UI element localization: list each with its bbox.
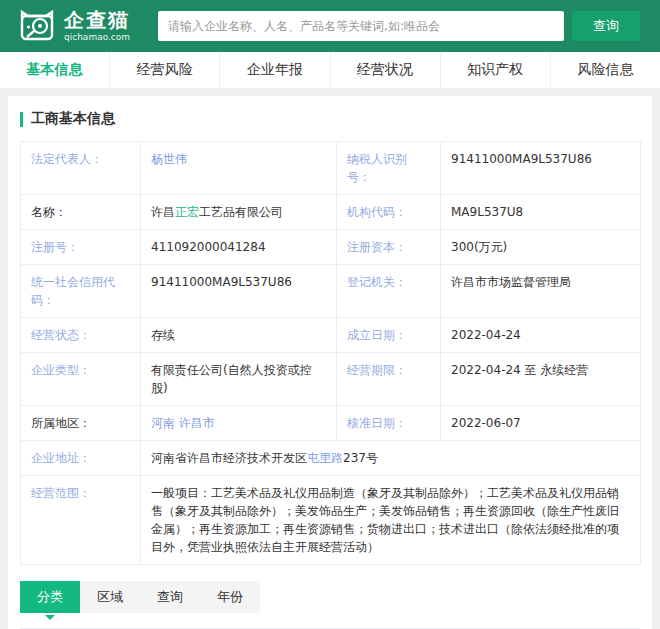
- credit-code-label: 统一社会信用代码：: [21, 265, 141, 318]
- table-row: 企业类型： 有限责任公司(自然人投资或控股) 经营期限： 2022-04-24 …: [21, 353, 641, 406]
- company-type-label: 企业类型：: [21, 353, 141, 406]
- org-code-value: MA9L537U8: [441, 195, 641, 230]
- primary-nav: 基本信息 经营风险 企业年报 经营状况 知识产权 风险信息: [0, 52, 660, 88]
- section-header: 工商基本信息: [20, 110, 640, 128]
- established-date-label: 成立日期：: [337, 318, 441, 353]
- address-value: 河南省许昌市经济技术开发区屯里路237号: [141, 441, 641, 476]
- business-scope-label: 经营范围：: [21, 476, 141, 565]
- nav-tab-operating-status[interactable]: 经营状况: [330, 52, 440, 88]
- table-row: 注册号： 411092000041284 注册资本： 300(万元): [21, 230, 641, 265]
- reg-capital-value: 300(万元): [441, 230, 641, 265]
- logo-domain: qichamao.com: [64, 33, 130, 42]
- company-name-value: 许昌正宏工艺品有限公司: [141, 195, 337, 230]
- filter-tab-query[interactable]: 查询: [140, 581, 200, 613]
- table-row: 法定代表人： 杨世伟 纳税人识别号： 91411000MA9L537U86: [21, 142, 641, 195]
- search-button[interactable]: 查询: [572, 11, 640, 41]
- active-tab-caret-icon: [45, 615, 55, 620]
- nav-tab-operating-risk[interactable]: 经营风险: [109, 52, 219, 88]
- region-link[interactable]: 河南 许昌市: [151, 416, 215, 430]
- filter-tab-year[interactable]: 年份: [200, 581, 260, 613]
- table-row: 名称： 许昌正宏工艺品有限公司 机构代码： MA9L537U8: [21, 195, 641, 230]
- section-title: 工商基本信息: [31, 110, 115, 128]
- business-info-table: 法定代表人： 杨世伟 纳税人识别号： 91411000MA9L537U86 名称…: [20, 141, 641, 565]
- table-row: 所属地区： 河南 许昌市 核准日期： 2022-06-07: [21, 406, 641, 441]
- address-road-link[interactable]: 屯里路: [307, 451, 343, 465]
- approval-date-value: 2022-06-07: [441, 406, 641, 441]
- company-type-value: 有限责任公司(自然人投资或控股): [141, 353, 337, 406]
- business-term-label: 经营期限：: [337, 353, 441, 406]
- reg-number-label: 注册号：: [21, 230, 141, 265]
- reg-capital-label: 注册资本：: [337, 230, 441, 265]
- name-highlight: 正宏: [175, 205, 199, 219]
- site-header: 企查猫 qichamao.com 查询: [0, 0, 660, 52]
- search-input[interactable]: [158, 11, 564, 41]
- nav-tab-annual-report[interactable]: 企业年报: [219, 52, 329, 88]
- taxpayer-id-label: 纳税人识别号：: [337, 142, 441, 195]
- business-scope-value: 一般项目：工艺美术品及礼仪用品制造（象牙及其制品除外）；工艺美术品及礼仪用品销售…: [141, 476, 641, 565]
- approval-date-label: 核准日期：: [337, 406, 441, 441]
- established-date-value: 2022-04-24: [441, 318, 641, 353]
- taxpayer-id-value: 91411000MA9L537U86: [441, 142, 641, 195]
- table-row: 经营范围： 一般项目：工艺美术品及礼仪用品制造（象牙及其制品除外）；工艺美术品及…: [21, 476, 641, 565]
- status-value: 存续: [141, 318, 337, 353]
- company-name-label: 名称：: [21, 195, 141, 230]
- search-bar: 查询: [158, 11, 640, 41]
- region-label: 所属地区：: [21, 406, 141, 441]
- credit-code-value: 91411000MA9L537U86: [141, 265, 337, 318]
- nav-tab-intellectual-property[interactable]: 知识产权: [440, 52, 550, 88]
- site-logo[interactable]: 企查猫 qichamao.com: [18, 9, 130, 43]
- table-row: 企业地址： 河南省许昌市经济技术开发区屯里路237号: [21, 441, 641, 476]
- section-accent-bar: [20, 112, 23, 127]
- filter-tab-bar: 分类 区域 查询 年份: [20, 581, 260, 613]
- logo-title: 企查猫: [64, 10, 130, 30]
- reg-authority-label: 登记机关：: [337, 265, 441, 318]
- status-label: 经营状态：: [21, 318, 141, 353]
- org-code-label: 机构代码：: [337, 195, 441, 230]
- table-row: 统一社会信用代码： 91411000MA9L537U86 登记机关： 许昌市市场…: [21, 265, 641, 318]
- nav-tab-basic-info[interactable]: 基本信息: [0, 52, 109, 88]
- business-term-value: 2022-04-24 至 永续经营: [441, 353, 641, 406]
- reg-number-value: 411092000041284: [141, 230, 337, 265]
- address-label: 企业地址：: [21, 441, 141, 476]
- cat-magnifier-logo-icon: [18, 9, 56, 43]
- filter-tab-region[interactable]: 区域: [80, 581, 140, 613]
- main-card: 工商基本信息 法定代表人： 杨世伟 纳税人识别号： 91411000MA9L53…: [8, 96, 652, 629]
- table-row: 经营状态： 存续 成立日期： 2022-04-24: [21, 318, 641, 353]
- reg-authority-value: 许昌市市场监督管理局: [441, 265, 641, 318]
- legal-rep-label: 法定代表人：: [21, 142, 141, 195]
- filter-tab-category[interactable]: 分类: [20, 581, 80, 613]
- nav-tab-risk-info[interactable]: 风险信息: [550, 52, 660, 88]
- legal-rep-link[interactable]: 杨世伟: [151, 152, 187, 166]
